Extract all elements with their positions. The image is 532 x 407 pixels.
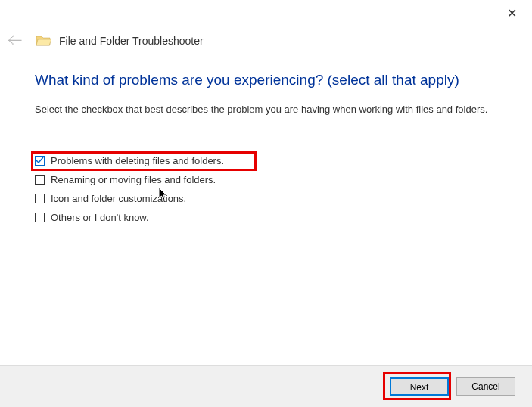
footer-bar: Next Cancel xyxy=(0,365,532,407)
option-row-others[interactable]: Others or I don't know. xyxy=(35,212,497,223)
option-label[interactable]: Renaming or moving files and folders. xyxy=(51,174,216,185)
checkbox-icon[interactable] xyxy=(35,194,45,204)
option-label[interactable]: Problems with deleting files and folders… xyxy=(51,155,224,166)
option-row-rename[interactable]: Renaming or moving files and folders. xyxy=(35,174,497,185)
next-button[interactable]: Next xyxy=(390,377,449,396)
cancel-button[interactable]: Cancel xyxy=(456,377,515,396)
checkbox-rename[interactable] xyxy=(35,175,45,185)
page-title: File and Folder Troubleshooter xyxy=(59,35,204,47)
close-button[interactable]: ✕ xyxy=(507,6,517,20)
header-bar: 🡠 File and Folder Troubleshooter xyxy=(0,0,532,49)
option-label[interactable]: Others or I don't know. xyxy=(51,212,149,223)
checkbox-delete[interactable] xyxy=(35,156,45,166)
folder-icon xyxy=(36,35,51,47)
question-heading: What kind of problems are you experienci… xyxy=(35,72,497,89)
back-arrow-icon[interactable]: 🡠 xyxy=(8,32,23,49)
option-row-icon[interactable]: Icon and folder customizations. xyxy=(35,193,497,204)
option-row-delete[interactable]: Problems with deleting files and folders… xyxy=(35,155,497,166)
content-area: What kind of problems are you experienci… xyxy=(0,49,532,223)
checkbox-others[interactable] xyxy=(35,213,45,222)
instruction-text: Select the checkbox that best describes … xyxy=(35,102,497,117)
option-label[interactable]: Icon and folder customizations. xyxy=(51,193,186,204)
checkmark-icon xyxy=(36,157,44,165)
options-list: Problems with deleting files and folders… xyxy=(35,155,497,223)
